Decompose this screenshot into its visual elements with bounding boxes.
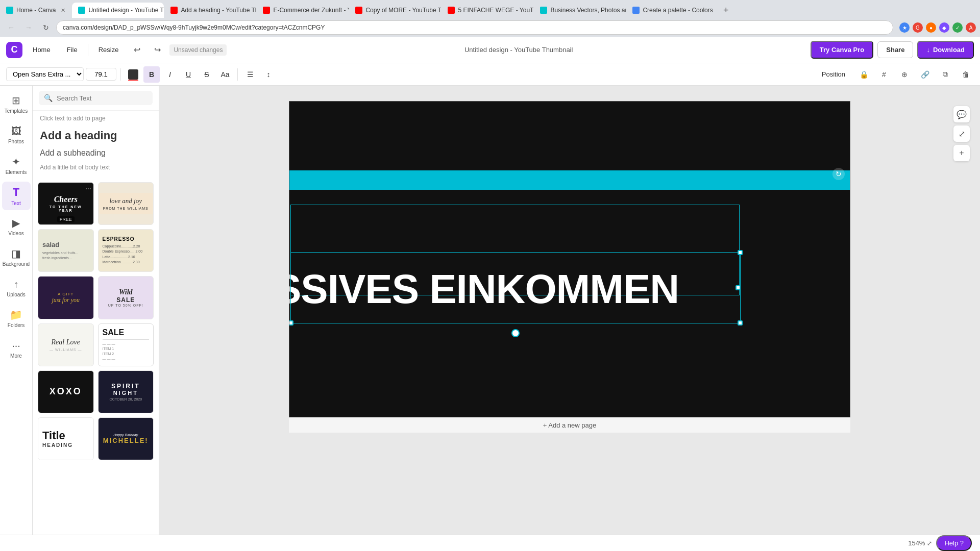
add-page-button[interactable]: + Add a new page <box>289 417 850 433</box>
template-salad[interactable]: salad vegetables and fruits...fresh ingr… <box>38 229 94 272</box>
sidebar-item-uploads[interactable]: ↑ Uploads <box>2 273 31 302</box>
add-heading-button[interactable]: Add a heading <box>33 126 159 145</box>
tab-label-5: Copy of MORE - YouTube Th... <box>365 7 441 14</box>
canva-topbar: C Home File Resize ↩ ↪ Unsaved changes U… <box>0 37 980 63</box>
sidebar-item-text[interactable]: T Text <box>2 182 31 210</box>
sidebar-item-photos[interactable]: 🖼 Photos <box>2 120 31 149</box>
download-button[interactable]: ↓ Download <box>917 41 974 59</box>
canvas-comment-icon[interactable]: 💬 <box>953 106 970 122</box>
tab-copy-more[interactable]: Copy of MORE - YouTube Th... ✕ <box>349 3 441 18</box>
extension-1[interactable]: ★ <box>899 22 910 33</box>
file-button[interactable]: File <box>61 43 84 57</box>
address-bar[interactable]: canva.com/design/DAD_p_pWSSw/Wqy8-9hTuyj… <box>56 20 893 35</box>
text-color-button[interactable] <box>125 66 141 83</box>
extension-2[interactable]: G <box>913 22 923 33</box>
spirit-content: SPIRIT NIGHT OCTOBER 28, 2020 <box>109 383 142 401</box>
search-input[interactable] <box>57 94 148 102</box>
tab-label-7: Business Vectors, Photos and... <box>550 7 626 14</box>
reload-button[interactable]: ↻ <box>39 20 53 35</box>
more-options-cheers[interactable]: ··· <box>86 184 92 192</box>
sidebar-item-folders[interactable]: 📁 Folders <box>2 304 31 333</box>
wild-sale-content: Wild SALE UP TO 50% OFF! <box>108 288 143 307</box>
canvas-page[interactable]: SSIVES EINKOMMEN ↻ <box>289 101 850 417</box>
template-love-joy[interactable]: love and joy FROM THE WILLIAMS <box>98 182 154 225</box>
browser-chrome: Home - Canva ✕ Untitled design - YouTube… <box>0 0 980 37</box>
duplicate-icon[interactable]: ⧉ <box>937 66 953 83</box>
template-spirit-night[interactable]: SPIRIT NIGHT OCTOBER 28, 2020 <box>98 370 154 413</box>
tab-close[interactable]: ✕ <box>61 7 65 14</box>
tab-palette[interactable]: Create a palette - Coolors ✕ <box>626 3 718 18</box>
case-button[interactable]: Aa <box>217 66 233 83</box>
home-button[interactable]: Home <box>27 43 57 57</box>
bold-button[interactable]: B <box>143 66 160 83</box>
tab-untitled-yt[interactable]: Untitled design - YouTube Th... ✕ <box>72 3 164 18</box>
youtube-favicon-3 <box>355 7 362 14</box>
link-icon[interactable]: 🔗 <box>917 66 933 83</box>
tab-close-8[interactable]: ✕ <box>718 7 719 14</box>
template-cheers[interactable]: Cheers TO THE NEW YEAR FREE ··· <box>38 182 94 225</box>
canvas-text-wrapper[interactable]: SSIVES EINKOMMEN <box>289 255 740 323</box>
canvas-area[interactable]: SSIVES EINKOMMEN ↻ + <box>159 86 980 535</box>
bullet-list-button[interactable]: ☰ <box>242 66 258 83</box>
canvas-add-icon[interactable]: + <box>953 145 970 161</box>
sidebar-item-background[interactable]: ◨ Background <box>2 243 31 271</box>
tab-canva-home[interactable]: Home - Canva ✕ <box>0 3 71 18</box>
canva-logo[interactable]: C <box>6 42 22 58</box>
handle-mr[interactable] <box>736 285 741 290</box>
tab-ecommerce[interactable]: E-Commerce der Zukunft - Yo... ✕ <box>257 3 349 18</box>
font-size-input[interactable] <box>86 68 116 81</box>
help-button[interactable]: Help ? <box>936 535 972 551</box>
sidebar-item-videos[interactable]: ▶ Videos <box>2 212 31 241</box>
extension-3[interactable]: ● <box>926 22 936 33</box>
zoom-display[interactable]: 154% ⤢ <box>908 539 932 547</box>
redo-button[interactable]: ↪ <box>149 42 165 58</box>
background-label: Background <box>3 261 30 267</box>
grid-view-icon[interactable]: # <box>876 66 892 83</box>
forward-button[interactable]: → <box>21 20 36 35</box>
delete-icon[interactable]: 🗑 <box>958 66 974 83</box>
template-real-love[interactable]: Real Love — WILLIAMS — <box>38 323 94 366</box>
youtube-favicon-2 <box>263 7 270 14</box>
strikethrough-button[interactable]: S <box>199 66 215 83</box>
canva-main: ⊞ Templates 🖼 Photos ✦ Elements T Text ▶… <box>0 86 980 535</box>
lock-icon[interactable]: 🔒 <box>855 66 872 83</box>
sidebar-item-elements[interactable]: ✦ Elements <box>2 151 31 180</box>
template-espresso[interactable]: ESPRESSO Cappuccino............2.20 Doub… <box>98 229 154 272</box>
template-title-heading[interactable]: Title HEADING <box>38 417 94 460</box>
template-birthday[interactable]: Happy Birthday MICHELLE! <box>98 417 154 460</box>
line-spacing-button[interactable]: ↕ <box>260 66 277 83</box>
template-sale-black[interactable]: SALE — — —ITEM 1ITEM 2— — — <box>98 323 154 366</box>
canvas-fullscreen-icon[interactable]: ⤢ <box>953 126 970 142</box>
extension-4[interactable]: ◆ <box>939 22 949 33</box>
tab-add-heading[interactable]: Add a heading - YouTube Thu... ✕ <box>164 3 256 18</box>
profile-icon[interactable]: A <box>966 22 976 33</box>
refresh-icon[interactable]: ↻ <box>832 168 845 180</box>
position-button[interactable]: Position <box>816 67 851 81</box>
underline-button[interactable]: U <box>180 66 197 83</box>
font-selector[interactable]: Open Sans Extra ... <box>6 67 84 81</box>
template-wild-sale[interactable]: Wild SALE UP TO 50% OFF! <box>98 276 154 319</box>
back-button[interactable]: ← <box>4 20 18 35</box>
bottom-statusbar: 154% ⤢ Help ? <box>0 535 980 551</box>
copy-style-icon[interactable]: ⊕ <box>896 66 913 83</box>
extension-5[interactable]: ✓ <box>952 22 963 33</box>
template-gift[interactable]: A GIFT just for you <box>38 276 94 319</box>
try-pro-button[interactable]: Try Canva Pro <box>811 41 873 59</box>
add-body-button[interactable]: Add a little bit of body text <box>33 161 159 174</box>
new-tab-button[interactable]: + <box>719 3 733 17</box>
sidebar-item-more[interactable]: ··· More <box>2 335 31 363</box>
italic-button[interactable]: I <box>162 66 178 83</box>
title-heading-content: Title HEADING <box>38 418 93 460</box>
add-subheading-button[interactable]: Add a subheading <box>33 145 159 161</box>
share-button[interactable]: Share <box>877 41 913 58</box>
uploads-label: Uploads <box>7 292 26 297</box>
sidebar-item-templates[interactable]: ⊞ Templates <box>2 90 31 118</box>
resize-button[interactable]: Resize <box>92 43 125 57</box>
left-sidebar: ⊞ Templates 🖼 Photos ✦ Elements T Text ▶… <box>0 86 33 535</box>
tab-business[interactable]: Business Vectors, Photos and... ✕ <box>534 3 626 18</box>
tab-einfache[interactable]: 5 EINFACHE WEGE - YouTub... ✕ <box>442 3 533 18</box>
format-toolbar: Open Sans Extra ... B I U S Aa ☰ ↕ Posit… <box>0 63 980 86</box>
rotate-handle[interactable] <box>511 329 520 337</box>
template-xoxo[interactable]: XOXO <box>38 370 94 413</box>
undo-button[interactable]: ↩ <box>129 42 145 58</box>
